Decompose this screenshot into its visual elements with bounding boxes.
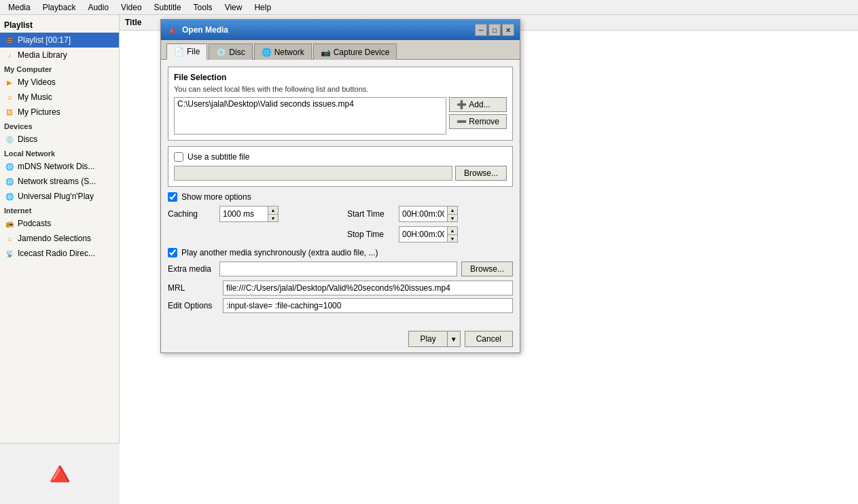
caching-down-arrow[interactable]: ▼ bbox=[268, 214, 278, 221]
sidebar-item-discs[interactable]: 💿 Discs bbox=[0, 132, 119, 147]
tab-network-icon: 🌐 bbox=[262, 48, 272, 57]
caching-up-arrow[interactable]: ▲ bbox=[268, 206, 278, 214]
menu-media[interactable]: Media bbox=[3, 1, 36, 14]
vlc-cone-area: 🔺 bbox=[0, 443, 120, 504]
subtitle-checkbox-wrapper: Use a subtitle file bbox=[174, 152, 249, 162]
close-button[interactable]: ✕ bbox=[502, 24, 514, 36]
start-time-value[interactable]: 00H:00m:00s.000 bbox=[399, 206, 447, 221]
start-time-down-arrow[interactable]: ▼ bbox=[448, 214, 457, 221]
show-more-options-checkbox[interactable] bbox=[168, 192, 177, 202]
sidebar-item-upnp-label: Universal Plug'n'Play bbox=[18, 192, 94, 201]
start-time-up-arrow[interactable]: ▲ bbox=[448, 206, 457, 214]
play-another-label: Play another media synchronously (extra … bbox=[181, 248, 378, 257]
play-dropdown-button[interactable]: ▼ bbox=[447, 331, 461, 347]
remove-file-label: Remove bbox=[469, 117, 499, 126]
menu-subtitle[interactable]: Subtitle bbox=[149, 1, 187, 14]
file-buttons: ➕ Add... ➖ Remove bbox=[449, 97, 507, 129]
my-pictures-icon: 🖼 bbox=[4, 107, 15, 118]
extra-media-browse-button[interactable]: Browse... bbox=[461, 262, 513, 276]
remove-icon: ➖ bbox=[457, 117, 467, 126]
sidebar-item-network-streams-label: Network streams (S... bbox=[18, 177, 96, 186]
stop-time-label: Stop Time bbox=[347, 230, 395, 239]
cancel-button[interactable]: Cancel bbox=[465, 331, 513, 347]
subtitle-checkbox[interactable] bbox=[174, 152, 183, 162]
show-more-options-wrapper: Show more options bbox=[168, 192, 251, 202]
show-more-options-label: Show more options bbox=[181, 192, 251, 202]
vlc-cone-large-icon: 🔺 bbox=[39, 455, 80, 493]
sidebar-item-playlist[interactable]: ☰ Playlist [00:17] bbox=[0, 33, 119, 48]
playlist-icon: ☰ bbox=[4, 35, 15, 46]
sidebar-item-my-videos[interactable]: ▶ My Videos bbox=[0, 75, 119, 90]
sidebar-item-podcasts[interactable]: 📻 Podcasts bbox=[0, 216, 119, 231]
my-videos-icon: ▶ bbox=[4, 77, 15, 88]
sidebar-item-media-library[interactable]: ♪ Media Library bbox=[0, 48, 119, 62]
menu-help[interactable]: Help bbox=[249, 1, 276, 14]
tab-disc-label: Disc bbox=[229, 48, 245, 57]
subtitle-file-input[interactable] bbox=[174, 166, 452, 181]
play-another-checkbox[interactable] bbox=[168, 248, 177, 257]
tab-file-icon: 📄 bbox=[174, 47, 184, 56]
sidebar-item-icecast[interactable]: 📡 Icecast Radio Direc... bbox=[0, 246, 119, 261]
tab-disc[interactable]: 💿 Disc bbox=[209, 43, 252, 60]
maximize-button[interactable]: □ bbox=[488, 24, 501, 36]
sidebar-item-jamendo-label: Jamendo Selections bbox=[18, 234, 91, 243]
extra-media-input[interactable] bbox=[219, 262, 457, 276]
play-another-row: Play another media synchronously (extra … bbox=[168, 248, 513, 257]
dialog-content: File Selection You can select local file… bbox=[161, 59, 520, 325]
tab-capture-label: Capture Device bbox=[334, 48, 390, 57]
menu-view[interactable]: View bbox=[219, 1, 248, 14]
podcasts-icon: 📻 bbox=[4, 218, 15, 229]
sidebar-item-network-streams[interactable]: 🌐 Network streams (S... bbox=[0, 174, 119, 189]
subtitle-group: Use a subtitle file Browse... bbox=[168, 146, 513, 187]
discs-icon: 💿 bbox=[4, 134, 15, 145]
file-path-item: C:\Users\jalal\Desktop\Valid seconds iss… bbox=[177, 99, 443, 109]
stop-time-up-arrow[interactable]: ▲ bbox=[448, 227, 457, 234]
tab-capture-device[interactable]: 📷 Capture Device bbox=[313, 43, 397, 60]
caching-row: Caching 1000 ms ▲ ▼ bbox=[168, 206, 334, 222]
my-music-icon: ♫ bbox=[4, 92, 15, 103]
caching-value[interactable]: 1000 ms bbox=[220, 206, 268, 221]
sidebar-section-internet: Internet bbox=[0, 204, 119, 216]
add-file-button[interactable]: ➕ Add... bbox=[449, 97, 507, 112]
start-time-label: Start Time bbox=[347, 209, 395, 219]
extra-media-row: Extra media Browse... bbox=[168, 262, 513, 276]
start-time-row: Start Time 00H:00m:00s.000 ▲ ▼ bbox=[347, 206, 513, 222]
menu-tools[interactable]: Tools bbox=[188, 1, 218, 14]
sidebar-item-my-music[interactable]: ♫ My Music bbox=[0, 90, 119, 105]
dialog-title-text: Open Media bbox=[182, 25, 228, 35]
menu-audio[interactable]: Audio bbox=[82, 1, 114, 14]
stop-time-value[interactable]: 00H:00m:00s.000 bbox=[399, 227, 447, 242]
stop-time-down-arrow[interactable]: ▼ bbox=[448, 234, 457, 242]
jamendo-icon: ♫ bbox=[4, 233, 15, 244]
menu-playback[interactable]: Playback bbox=[37, 1, 82, 14]
stop-time-input: 00H:00m:00s.000 ▲ ▼ bbox=[399, 226, 458, 242]
sidebar-item-mdns-label: mDNS Network Dis... bbox=[18, 162, 94, 171]
caching-spinbox[interactable]: 1000 ms ▲ ▼ bbox=[219, 206, 279, 222]
sidebar-item-mdns[interactable]: 🌐 mDNS Network Dis... bbox=[0, 159, 119, 174]
minimize-button[interactable]: ─ bbox=[475, 24, 487, 36]
vlc-cone-icon: 🔺 bbox=[166, 24, 178, 35]
edit-options-value[interactable]: :input-slave= :file-caching=1000 bbox=[223, 298, 513, 313]
caching-arrows: ▲ ▼ bbox=[268, 206, 278, 221]
remove-file-button[interactable]: ➖ Remove bbox=[449, 114, 507, 129]
tab-disc-icon: 💿 bbox=[216, 48, 226, 57]
subtitle-browse-button[interactable]: Browse... bbox=[455, 166, 507, 181]
tab-network[interactable]: 🌐 Network bbox=[254, 43, 312, 60]
dialog-tabs: 📄 File 💿 Disc 🌐 Network 📷 Capture Device bbox=[161, 40, 520, 59]
play-button[interactable]: Play bbox=[408, 331, 446, 347]
file-list-box[interactable]: C:\Users\jalal\Desktop\Valid seconds iss… bbox=[174, 97, 446, 134]
subtitle-checkbox-label: Use a subtitle file bbox=[187, 152, 249, 162]
stop-time-spinbox[interactable]: 00H:00m:00s.000 ▲ ▼ bbox=[399, 226, 458, 242]
sidebar-item-my-pictures[interactable]: 🖼 My Pictures bbox=[0, 105, 119, 120]
tab-file[interactable]: 📄 File bbox=[166, 43, 207, 60]
caching-input: 1000 ms ▲ ▼ bbox=[219, 206, 279, 222]
menu-video[interactable]: Video bbox=[115, 1, 147, 14]
add-file-label: Add... bbox=[469, 100, 490, 109]
upnp-icon: 🌐 bbox=[4, 191, 15, 202]
start-time-spinbox[interactable]: 00H:00m:00s.000 ▲ ▼ bbox=[399, 206, 458, 222]
mrl-row: MRL file:///C:/Users/jalal/Desktop/Valid… bbox=[168, 281, 513, 295]
sidebar-item-upnp[interactable]: 🌐 Universal Plug'n'Play bbox=[0, 189, 119, 204]
network-streams-icon: 🌐 bbox=[4, 176, 15, 187]
sidebar-item-jamendo[interactable]: ♫ Jamendo Selections bbox=[0, 231, 119, 246]
sidebar-item-media-library-label: Media Library bbox=[18, 50, 67, 60]
